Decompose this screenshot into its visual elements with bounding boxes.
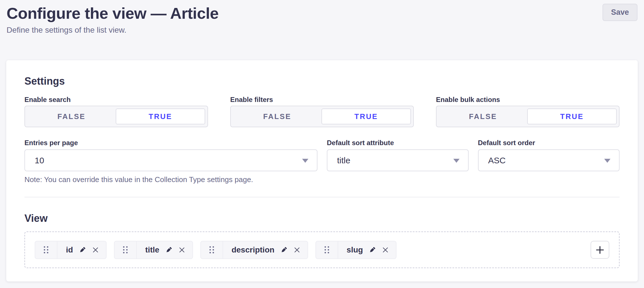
close-icon[interactable]: [92, 246, 99, 254]
pencil-icon[interactable]: [79, 246, 86, 254]
default-sort-attribute-select[interactable]: title: [327, 149, 469, 171]
entries-per-page-select[interactable]: 10: [24, 149, 317, 171]
selects-row: Entries per page 10 Note: You can overri…: [24, 139, 620, 184]
close-icon[interactable]: [382, 246, 389, 254]
field-pill-label: id: [66, 245, 73, 254]
enable-search-toggle: FALSE TRUE: [24, 106, 208, 127]
field-pill-label: title: [145, 245, 159, 254]
enable-bulk-actions-toggle: FALSE TRUE: [436, 106, 620, 127]
field-enable-filters: Enable filters FALSE TRUE: [230, 95, 414, 127]
entries-per-page-label: Entries per page: [24, 139, 317, 147]
field-default-sort-attribute: Default sort attribute title: [327, 139, 469, 171]
enable-bulk-actions-true-option[interactable]: TRUE: [527, 108, 617, 124]
field-pill-id[interactable]: id: [35, 241, 107, 259]
drag-handle-icon[interactable]: [201, 241, 223, 258]
field-pill-label: slug: [347, 245, 363, 254]
drag-handle-icon[interactable]: [115, 241, 137, 258]
default-sort-attribute-label: Default sort attribute: [327, 139, 469, 147]
settings-card: Settings Enable search FALSE TRUE Enable…: [6, 60, 638, 281]
field-pill-description[interactable]: description: [200, 241, 308, 259]
enable-search-true-option[interactable]: TRUE: [116, 108, 205, 124]
entries-per-page-note: Note: You can override this value in the…: [24, 175, 317, 184]
chevron-down-icon: [453, 159, 460, 163]
field-pill-label: description: [232, 245, 275, 254]
toggles-row: Enable search FALSE TRUE Enable filters …: [24, 95, 620, 127]
enable-filters-toggle: FALSE TRUE: [230, 106, 414, 127]
field-pill-slug[interactable]: slug: [315, 241, 397, 259]
enable-bulk-actions-label: Enable bulk actions: [436, 95, 620, 104]
field-enable-bulk-actions: Enable bulk actions FALSE TRUE: [436, 95, 620, 127]
default-sort-order-select[interactable]: ASC: [478, 149, 620, 171]
add-field-button[interactable]: [591, 241, 609, 259]
drag-handle-icon[interactable]: [35, 241, 57, 258]
enable-search-label: Enable search: [24, 95, 208, 104]
enable-bulk-actions-false-option[interactable]: FALSE: [439, 108, 527, 124]
close-icon[interactable]: [293, 246, 301, 254]
field-pill-title[interactable]: title: [114, 241, 193, 259]
field-default-sort-order: Default sort order ASC: [478, 139, 620, 171]
page-header: Configure the view — Article Define the …: [0, 0, 644, 35]
plus-icon: [595, 245, 604, 254]
enable-filters-false-option[interactable]: FALSE: [233, 108, 321, 124]
close-icon[interactable]: [178, 246, 186, 254]
enable-filters-label: Enable filters: [230, 95, 414, 104]
pencil-icon[interactable]: [280, 246, 288, 254]
default-sort-order-label: Default sort order: [478, 139, 620, 147]
settings-section-heading: Settings: [24, 75, 620, 87]
field-entries-per-page: Entries per page 10 Note: You can overri…: [24, 139, 317, 184]
view-section-heading: View: [24, 212, 620, 225]
list-view-layout-area: id title: [24, 231, 620, 268]
default-sort-attribute-value: title: [337, 156, 350, 165]
pencil-icon[interactable]: [369, 246, 376, 254]
save-button[interactable]: Save: [603, 4, 637, 21]
field-enable-search: Enable search FALSE TRUE: [24, 95, 208, 127]
page-title: Configure the view — Article: [7, 4, 637, 23]
chevron-down-icon: [302, 159, 308, 163]
enable-filters-true-option[interactable]: TRUE: [321, 108, 411, 124]
drag-handle-icon[interactable]: [316, 241, 338, 258]
entries-per-page-value: 10: [35, 156, 44, 165]
default-sort-order-value: ASC: [488, 156, 506, 165]
page-subtitle: Define the settings of the list view.: [7, 26, 637, 35]
section-divider: [24, 197, 620, 197]
enable-search-false-option[interactable]: FALSE: [27, 108, 116, 124]
chevron-down-icon: [604, 159, 610, 163]
pencil-icon[interactable]: [165, 246, 173, 254]
